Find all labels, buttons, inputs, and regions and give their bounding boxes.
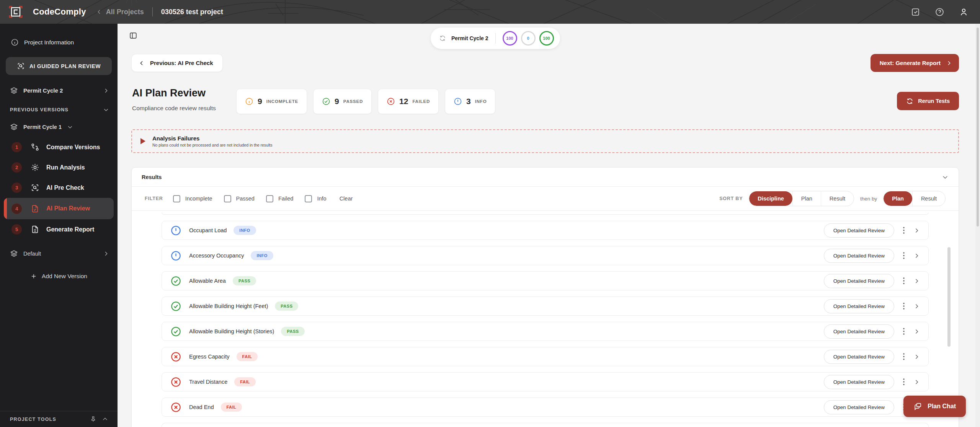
filter-incomplete[interactable]: Incomplete xyxy=(173,195,212,202)
open-detailed-review-button[interactable]: Open Detailed Review xyxy=(824,324,894,339)
sidebar-item-project-information[interactable]: Project Information xyxy=(11,38,108,46)
kebab-menu-icon[interactable] xyxy=(900,327,907,336)
kebab-menu-icon[interactable] xyxy=(900,277,907,285)
open-detailed-review-button[interactable]: Open Detailed Review xyxy=(824,274,894,288)
filter-passed[interactable]: Passed xyxy=(224,195,255,202)
back-to-all-projects[interactable]: All Projects xyxy=(96,8,144,16)
kebab-menu-icon[interactable] xyxy=(900,378,907,386)
sidebar-item-run-analysis[interactable]: 2Run Analysis xyxy=(0,157,118,178)
step-label: Run Analysis xyxy=(46,164,85,171)
result-row-allowable-building-height-feet: Allowable Building Height (Feet)PASSOpen… xyxy=(162,297,929,316)
chevron-right-icon[interactable] xyxy=(913,379,920,385)
checkbox-failed[interactable] xyxy=(266,195,273,202)
tasks-icon[interactable] xyxy=(911,7,920,17)
checkbox-passed[interactable] xyxy=(224,195,231,202)
previous-versions-section[interactable]: PREVIOUS VERSIONS xyxy=(10,107,109,113)
clipped-row-below xyxy=(162,423,929,427)
kebab-menu-icon[interactable] xyxy=(900,302,907,310)
fail-status-icon xyxy=(170,402,181,413)
chevron-right-icon[interactable] xyxy=(913,278,920,284)
step-label: AI Pre Check xyxy=(46,184,84,191)
list-scrollbar-thumb[interactable] xyxy=(947,247,951,347)
test-name: Allowable Building Height (Feet) xyxy=(189,303,268,309)
checkbox-info[interactable] xyxy=(305,195,312,202)
status-badge: PASS xyxy=(275,302,298,311)
page-scrollbar-thumb[interactable] xyxy=(977,28,979,227)
result-row-dead-end: Dead EndFAILOpen Detailed Review xyxy=(162,398,929,417)
sidebar-item-compare-versions[interactable]: 1Compare Versions xyxy=(0,137,118,157)
filter-checkboxes: IncompletePassedFailedInfo xyxy=(173,195,338,202)
kebab-menu-icon[interactable] xyxy=(900,352,907,361)
filter-failed[interactable]: Failed xyxy=(266,195,294,202)
sort-option-result[interactable]: Result xyxy=(821,191,854,206)
chevron-right-icon[interactable] xyxy=(913,227,920,234)
permit-cycle-status-pill[interactable]: Permit Cycle 2 1000100 xyxy=(431,28,560,49)
chevron-down-icon[interactable] xyxy=(942,174,949,181)
user-icon[interactable] xyxy=(959,7,969,17)
open-detailed-review-button[interactable]: Open Detailed Review xyxy=(824,350,894,364)
app-logo[interactable] xyxy=(8,5,23,19)
kebab-menu-icon[interactable] xyxy=(900,226,907,235)
chevron-right-icon[interactable] xyxy=(913,253,920,259)
progress-ring[interactable]: 0 xyxy=(521,31,536,46)
header-divider xyxy=(152,7,153,16)
main-content: Permit Cycle 2 1000100 Previous: AI Pre … xyxy=(118,24,980,427)
layers-icon xyxy=(10,123,18,131)
chevron-right-icon[interactable] xyxy=(913,328,920,335)
open-detailed-review-button[interactable]: Open Detailed Review xyxy=(824,249,894,263)
filter-bar: FILTER IncompletePassedFailedInfo Clear … xyxy=(132,187,959,211)
then-option-result[interactable]: Result xyxy=(912,191,945,206)
chevron-right-icon xyxy=(946,60,952,66)
checkbox-incomplete[interactable] xyxy=(173,195,180,202)
chevron-up-icon[interactable] xyxy=(102,416,108,422)
stat-card-incomplete: 9INCOMPLETE xyxy=(236,89,307,114)
filter-info[interactable]: Info xyxy=(305,195,326,202)
previous-step-button[interactable]: Previous: AI Pre Check xyxy=(131,54,223,72)
refresh-icon[interactable] xyxy=(439,35,446,42)
open-detailed-review-button[interactable]: Open Detailed Review xyxy=(824,400,894,414)
clear-filters-link[interactable]: Clear xyxy=(340,196,353,202)
project-information-label: Project Information xyxy=(24,39,74,46)
progress-ring[interactable]: 100 xyxy=(539,31,554,46)
sidebar-item-permit-cycle-1[interactable]: Permit Cycle 1 xyxy=(10,123,109,131)
chevron-right-icon[interactable] xyxy=(913,303,920,310)
then-option-plan[interactable]: Plan xyxy=(884,191,912,206)
rerun-tests-button[interactable]: Rerun Tests xyxy=(897,92,959,110)
help-icon[interactable] xyxy=(935,7,944,17)
analysis-failures-panel[interactable]: Analysis Failures No plans could not be … xyxy=(131,129,959,153)
kebab-menu-icon[interactable] xyxy=(900,251,907,260)
page-scrollbar[interactable] xyxy=(975,24,980,427)
project-tools-bar[interactable]: PROJECT TOOLS xyxy=(0,411,118,427)
sort-option-discipline[interactable]: Discipline xyxy=(749,191,792,206)
chevron-down-icon xyxy=(103,107,109,113)
add-new-version-button[interactable]: Add New Version xyxy=(0,273,118,280)
status-badge: INFO xyxy=(251,251,273,260)
sidebar-item-default-version[interactable]: Default xyxy=(10,249,109,258)
stat-label: PASSED xyxy=(343,99,363,104)
sidebar-item-ai-plan-review[interactable]: 4AI Plan Review xyxy=(4,198,114,219)
plan-chat-button[interactable]: Plan Chat xyxy=(903,396,966,417)
results-header[interactable]: Results xyxy=(132,168,959,187)
file-lines-icon xyxy=(31,225,39,234)
progress-ring[interactable]: 100 xyxy=(503,31,517,46)
open-detailed-review-button[interactable]: Open Detailed Review xyxy=(824,299,894,313)
test-name: Travel Distance xyxy=(189,379,227,385)
sidebar-toggle-icon[interactable] xyxy=(129,31,137,40)
next-step-button[interactable]: Next: Generate Report xyxy=(871,54,959,72)
header-actions xyxy=(911,7,969,17)
default-version-label: Default xyxy=(23,251,41,257)
chevron-right-icon[interactable] xyxy=(913,354,920,360)
sidebar-item-permit-cycle-2[interactable]: Permit Cycle 2 xyxy=(10,86,109,95)
open-detailed-review-button[interactable]: Open Detailed Review xyxy=(824,223,894,238)
sort-option-plan[interactable]: Plan xyxy=(792,191,821,206)
row-actions: Open Detailed Review xyxy=(824,375,920,389)
pin-icon[interactable] xyxy=(90,416,96,422)
sidebar-item-ai-pre-check[interactable]: 3AI Pre Check xyxy=(0,178,118,198)
sort-by-label: SORT BY xyxy=(719,196,743,201)
stat-label: INCOMPLETE xyxy=(266,99,298,104)
blueprint-art xyxy=(0,0,980,24)
info-status-icon xyxy=(454,97,462,106)
open-detailed-review-button[interactable]: Open Detailed Review xyxy=(824,375,894,389)
ai-guided-plan-review-button[interactable]: AI GUIDED PLAN REVIEW xyxy=(6,57,112,75)
sidebar-item-generate-report[interactable]: 5Generate Report xyxy=(0,219,118,240)
